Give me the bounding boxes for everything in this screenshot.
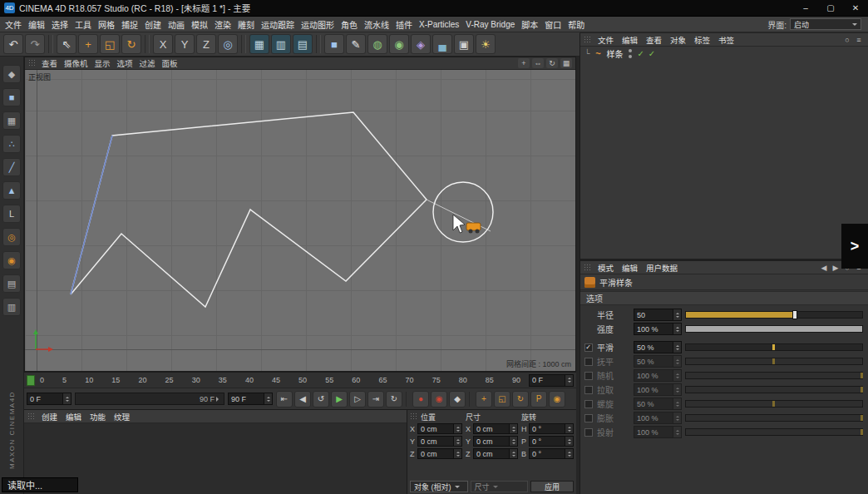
- object-menu-编辑[interactable]: 编辑: [618, 34, 642, 46]
- menu-窗口[interactable]: 窗口: [541, 17, 565, 32]
- spin-down-icon[interactable]: [456, 455, 460, 458]
- spinner[interactable]: [673, 356, 681, 367]
- autokey-button[interactable]: ◉: [431, 391, 447, 408]
- menu-动画[interactable]: 动画: [165, 17, 188, 32]
- spin-up-icon[interactable]: [456, 425, 460, 428]
- object-menu-对象[interactable]: 对象: [666, 34, 690, 46]
- param-slider[interactable]: [685, 400, 863, 408]
- coordinate-system-button[interactable]: ◎: [218, 34, 238, 54]
- range-start-field[interactable]: 0 F: [27, 393, 72, 405]
- spinner[interactable]: [264, 393, 272, 404]
- param-value-field[interactable]: 50 %: [634, 341, 682, 353]
- spin-up-icon[interactable]: [267, 395, 270, 398]
- coord-field-X[interactable]: 0 cm: [417, 423, 462, 434]
- param-value-field[interactable]: 100 %: [634, 383, 682, 396]
- spin-up-icon[interactable]: [568, 437, 571, 441]
- param-checkbox[interactable]: [584, 414, 593, 422]
- lock-workplane-button[interactable]: ▥: [2, 298, 21, 316]
- spinner[interactable]: [509, 437, 517, 446]
- filter-icon[interactable]: ≡: [853, 35, 865, 45]
- apply-button[interactable]: 应用: [530, 481, 574, 492]
- param-slider[interactable]: [685, 311, 863, 319]
- spinner[interactable]: [673, 427, 681, 437]
- spline-pen-button[interactable]: ✎: [346, 34, 366, 54]
- spin-down-icon[interactable]: [267, 400, 270, 403]
- spin-down-icon[interactable]: [676, 316, 679, 319]
- spin-down-icon[interactable]: [568, 442, 571, 446]
- make-editable-button[interactable]: ◆: [2, 65, 21, 83]
- menu-帮助[interactable]: 帮助: [565, 17, 588, 32]
- record-position-toggle[interactable]: +: [476, 391, 492, 408]
- param-checkbox[interactable]: [584, 428, 593, 437]
- next-frame-button[interactable]: ▷: [349, 391, 366, 408]
- material-menu-创建[interactable]: 创建: [37, 411, 62, 422]
- param-slider[interactable]: [685, 428, 863, 436]
- menu-渲染[interactable]: 渲染: [211, 17, 234, 32]
- spin-up-icon[interactable]: [676, 372, 679, 375]
- enabled-check-icon[interactable]: ✓: [637, 49, 644, 58]
- spin-down-icon[interactable]: [66, 400, 69, 403]
- menu-网格[interactable]: 网格: [95, 17, 118, 32]
- subdivision-surface-button[interactable]: ◍: [367, 34, 387, 54]
- spinner[interactable]: [453, 424, 461, 433]
- spin-up-icon[interactable]: [66, 395, 69, 398]
- frame-tick-40[interactable]: 40: [245, 376, 254, 384]
- toggle-view-icon[interactable]: ▦: [560, 58, 572, 68]
- expand-panel-chevron[interactable]: >: [841, 224, 868, 269]
- param-checkbox[interactable]: ✓: [584, 343, 593, 352]
- spin-up-icon[interactable]: [676, 343, 679, 347]
- spin-up-icon[interactable]: [456, 450, 460, 453]
- spin-down-icon[interactable]: [676, 377, 679, 380]
- menu-插件[interactable]: 插件: [392, 17, 416, 32]
- param-slider[interactable]: [685, 358, 863, 365]
- menu-编辑[interactable]: 编辑: [25, 17, 48, 32]
- spin-down-icon[interactable]: [676, 391, 679, 394]
- frame-tick-70[interactable]: 70: [406, 376, 414, 384]
- frame-tick-30[interactable]: 30: [192, 376, 200, 384]
- menu-文件[interactable]: 文件: [2, 17, 25, 32]
- generators-button[interactable]: ◉: [389, 34, 409, 54]
- lock-x-button[interactable]: X: [153, 34, 173, 54]
- object-name[interactable]: 样条: [606, 47, 623, 60]
- points-mode-button[interactable]: ∴: [2, 135, 21, 153]
- environment-button[interactable]: ▄: [432, 34, 452, 54]
- panel-grip[interactable]: [584, 264, 590, 272]
- deformers-button[interactable]: ◈: [411, 34, 431, 54]
- frame-tick-15[interactable]: 15: [111, 376, 120, 384]
- material-list[interactable]: [24, 423, 407, 494]
- param-value-field[interactable]: 50 %: [634, 398, 682, 410]
- frame-tick-65[interactable]: 65: [378, 376, 387, 384]
- timeline-playhead[interactable]: [27, 375, 35, 386]
- undo-button[interactable]: ↶: [3, 34, 23, 54]
- param-slider[interactable]: [685, 386, 863, 393]
- history-forward-icon[interactable]: ▶: [830, 263, 841, 273]
- param-slider[interactable]: [685, 343, 863, 351]
- menu-运动跟踪[interactable]: 运动跟踪: [258, 17, 298, 32]
- menu-创建[interactable]: 创建: [141, 17, 165, 32]
- material-menu-编辑[interactable]: 编辑: [62, 411, 86, 422]
- coord-field-X[interactable]: 0 cm: [473, 423, 518, 434]
- menu-选择[interactable]: 选择: [48, 17, 72, 32]
- viewport-menu-摄像机[interactable]: 摄像机: [61, 57, 91, 69]
- spin-up-icon[interactable]: [676, 428, 679, 432]
- spin-up-icon[interactable]: [676, 358, 679, 361]
- spinner[interactable]: [673, 384, 681, 395]
- texture-axis-button[interactable]: ◎: [2, 228, 21, 246]
- spin-down-icon[interactable]: [676, 330, 679, 333]
- menu-V-Ray Bridge[interactable]: V-Ray Bridge: [462, 19, 518, 30]
- param-value-field[interactable]: 100 %: [634, 323, 682, 335]
- live-selection-tool[interactable]: ⇖: [57, 34, 76, 54]
- spin-up-icon[interactable]: [568, 376, 571, 379]
- spin-up-icon[interactable]: [676, 414, 679, 417]
- attribute-menu-编辑[interactable]: 编辑: [618, 262, 642, 274]
- coord-field-H[interactable]: 0 °: [529, 423, 574, 434]
- frame-tick-35[interactable]: 35: [219, 376, 227, 384]
- frame-tick-10[interactable]: 10: [85, 376, 93, 384]
- coord-field-B[interactable]: 0 °: [529, 448, 574, 459]
- frame-tick-0[interactable]: 0: [40, 376, 44, 384]
- object-menu-标签[interactable]: 标签: [690, 34, 714, 46]
- spinner[interactable]: [453, 437, 461, 446]
- record-keyframe-button[interactable]: ●: [412, 391, 429, 408]
- attribute-menu-模式[interactable]: 模式: [594, 262, 618, 274]
- spin-down-icon[interactable]: [568, 430, 571, 433]
